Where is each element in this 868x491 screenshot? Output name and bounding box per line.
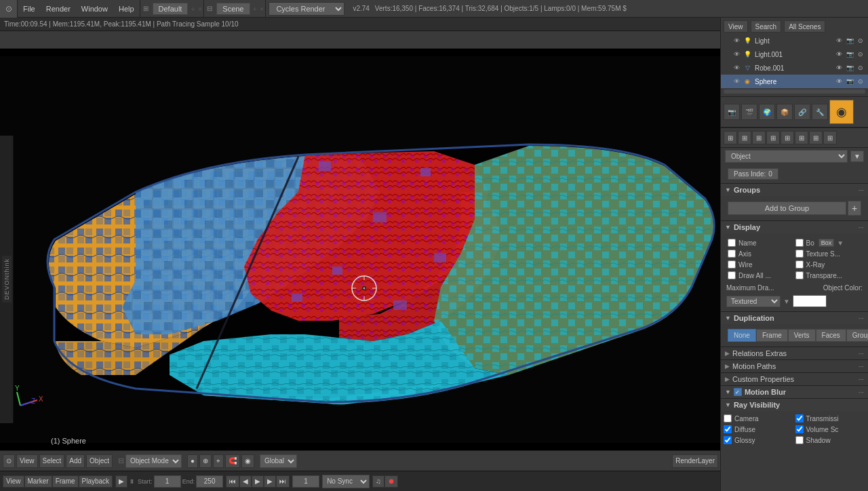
camera-icon-sphere[interactable]: 📷 (845, 77, 854, 86)
camera-icon-light001[interactable]: 📷 (845, 50, 854, 59)
view-menu-btn[interactable]: ⊙ (3, 454, 15, 468)
render-engine-select[interactable]: Cycles Render Blender Render (269, 2, 344, 16)
outliner-scenes-btn[interactable]: All Scenes (784, 20, 825, 33)
dup-frame-btn[interactable]: Frame (756, 329, 788, 342)
eye-icon-robe[interactable]: 👁 (834, 63, 844, 73)
outliner-search-btn[interactable]: Search (751, 20, 782, 33)
timeline-frame-btn[interactable]: Frame (52, 475, 79, 488)
visibility-icon-light[interactable]: 👁 (732, 36, 741, 45)
outliner-item-light[interactable]: 👁 💡 Light 👁 📷 ⊙ (721, 34, 868, 47)
ray-vis-header[interactable]: ▼ Ray Visibility (721, 398, 868, 411)
object-type-arrow-btn[interactable]: ▼ (850, 151, 864, 162)
mode-select[interactable]: Object Mode Edit Mode (125, 454, 182, 468)
render-icon-light[interactable]: ⊙ (856, 36, 865, 45)
shadow-checkbox[interactable] (795, 436, 804, 444)
box-arrow[interactable]: ▼ (837, 239, 844, 247)
obj-color-swatch[interactable] (793, 295, 827, 307)
duplication-section-header[interactable]: ▼ Duplication ··· (721, 311, 868, 324)
icon-btn-8[interactable]: ⊞ (823, 131, 837, 144)
render-icon-sphere[interactable]: ⊙ (856, 77, 865, 86)
volume-sc-checkbox[interactable] (795, 425, 804, 433)
icon-btn-6[interactable]: ⊞ (795, 131, 808, 144)
icon-btn-2[interactable]: ⊞ (738, 131, 751, 144)
bo-checkbox[interactable] (795, 239, 804, 247)
xray-checkbox[interactable] (795, 260, 804, 269)
render-icon-robe[interactable]: ⊙ (856, 63, 865, 73)
camera-icon-light[interactable]: 📷 (845, 36, 854, 45)
name-checkbox[interactable] (728, 239, 736, 247)
render-props-btn[interactable]: 📷 (724, 104, 740, 120)
motion-blur-checkbox[interactable]: ✓ (734, 388, 742, 396)
record-btn[interactable]: ⏺ (384, 475, 398, 488)
icon-btn-5[interactable]: ⊞ (781, 131, 794, 144)
draw-all-checkbox[interactable] (728, 271, 736, 279)
transparent-checkbox[interactable] (795, 271, 804, 279)
display-section-header[interactable]: ▼ Display ··· (721, 220, 868, 233)
dup-group-btn[interactable]: Group (846, 329, 868, 342)
end-frame-input[interactable] (196, 475, 223, 488)
sync-select[interactable]: No Sync Frame Dropping (322, 475, 370, 488)
outliner-item-light001[interactable]: 👁 💡 Light.001 👁 📷 ⊙ (721, 47, 868, 61)
axis-checkbox[interactable] (728, 250, 736, 258)
next-frame-btn[interactable]: ▶ (264, 475, 276, 488)
scene-name[interactable]: Scene (216, 3, 250, 15)
add-btn[interactable]: Add (66, 454, 85, 468)
texture-s-checkbox[interactable] (795, 250, 804, 258)
timeline-marker-btn[interactable]: Marker (24, 475, 52, 488)
pivot-btn[interactable]: ⊕ (199, 454, 212, 468)
groups-section-header[interactable]: ▼ Groups ··· (721, 183, 868, 196)
outliner-item-robe001[interactable]: 👁 ▽ Robe.001 👁 📷 ⊙ (721, 61, 868, 75)
pass-index-btn[interactable]: Pass Inde: 0 (728, 168, 778, 180)
devonthink-sidebar[interactable]: DEVONthink (0, 136, 14, 423)
camera-icon-robe[interactable]: 📷 (845, 63, 854, 73)
custom-props-header[interactable]: ▶ Custom Properties ··· (721, 372, 868, 385)
play-mode-btn[interactable]: ▶ (115, 475, 127, 488)
proportional-btn[interactable]: ◉ (241, 454, 254, 468)
visibility-icon-light001[interactable]: 👁 (732, 50, 741, 59)
transmissi-checkbox[interactable] (795, 414, 804, 423)
motion-blur-header[interactable]: ▼ ✓ Motion Blur ··· (721, 385, 868, 398)
jump-end-btn[interactable]: ⏭ (276, 475, 290, 488)
prev-frame-btn[interactable]: ◀ (239, 475, 252, 488)
glossy-checkbox[interactable] (724, 436, 732, 444)
render-icon-light001[interactable]: ⊙ (856, 50, 865, 59)
dup-none-btn[interactable]: None (728, 329, 756, 342)
new-group-btn[interactable]: + (848, 201, 861, 216)
textured-arrow[interactable]: ▼ (783, 298, 790, 305)
audio-btn[interactable]: ♫ (372, 475, 384, 488)
world-props-btn[interactable]: 🌍 (759, 104, 775, 120)
outliner-item-sphere[interactable]: 👁 ◉ Sphere 👁 📷 ⊙ (721, 75, 868, 88)
camera-checkbox[interactable] (724, 414, 732, 423)
view-btn[interactable]: View (16, 454, 38, 468)
relations-extras-header[interactable]: ▶ Relations Extras ··· (721, 347, 868, 359)
menu-file[interactable]: File (18, 0, 41, 18)
global-select[interactable]: Global Local (260, 454, 297, 468)
add-to-group-btn[interactable]: Add to Group (728, 201, 846, 215)
menu-help[interactable]: Help (113, 0, 140, 18)
icon-btn-3[interactable]: ⊞ (752, 131, 766, 144)
motion-paths-header[interactable]: ▶ Motion Paths ··· (721, 359, 868, 372)
menu-window[interactable]: Window (76, 0, 113, 18)
eye-icon-sphere[interactable]: 👁 (834, 77, 844, 86)
object-btn[interactable]: Object (86, 454, 113, 468)
eye-icon-light001[interactable]: 👁 (834, 50, 844, 59)
menu-render[interactable]: Render (41, 0, 76, 18)
modifiers-btn[interactable]: 🔧 (812, 104, 828, 120)
select-btn[interactable]: Select (39, 454, 65, 468)
outliner-scrollbar[interactable] (724, 90, 865, 94)
eye-icon-light[interactable]: 👁 (834, 36, 844, 45)
visibility-icon-robe[interactable]: 👁 (732, 63, 741, 73)
scene-props-btn[interactable]: 🎬 (741, 104, 757, 120)
object-type-select[interactable]: Object (725, 150, 848, 163)
dup-verts-btn[interactable]: Verts (788, 329, 816, 342)
icon-btn-7[interactable]: ⊞ (809, 131, 823, 144)
snap-btn[interactable]: 🧲 (225, 454, 240, 468)
icon-btn-1[interactable]: ⊞ (724, 131, 737, 144)
viewport[interactable]: X Y Z (1) Sphere (0, 49, 721, 450)
jump-start-btn[interactable]: ⏮ (226, 475, 239, 488)
textured-select[interactable]: Textured Solid Wire (726, 296, 781, 307)
visibility-icon-sphere[interactable]: 👁 (732, 77, 741, 86)
layout-name[interactable]: Default (153, 3, 189, 15)
outliner-view-btn[interactable]: View (724, 20, 748, 33)
wire-checkbox[interactable] (728, 260, 736, 269)
